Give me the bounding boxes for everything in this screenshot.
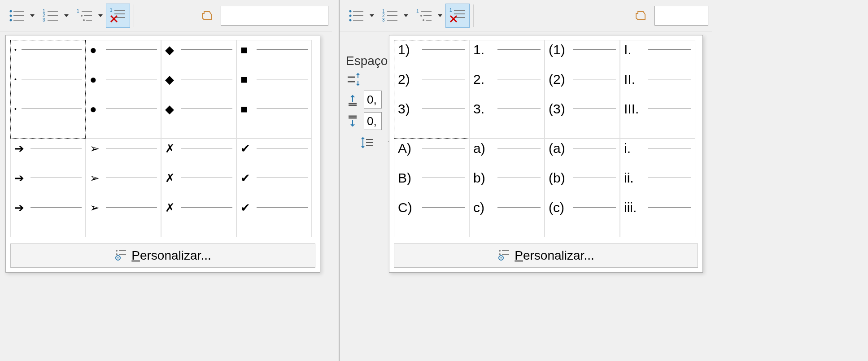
paragraph-spacing-sidebar: Espaço 0, 0, [346,54,395,155]
bullet-marker: ■ [240,103,254,115]
find-toggle-button[interactable] [198,4,216,28]
svg-point-4 [10,19,12,21]
number-marker: i. [624,142,646,155]
bullet-marker: ➢ [90,172,103,184]
bullet-list-button[interactable] [343,4,376,28]
no-list-button[interactable]: 1 [106,4,130,28]
number-marker: C) [398,201,419,214]
preview-line [181,109,232,109]
svg-point-34 [349,19,352,21]
preview-line [497,178,541,178]
number-marker: 2. [473,73,495,86]
no-list-icon: 1 [449,7,467,25]
bullet-marker: ■ [240,74,254,85]
svg-point-44 [420,15,422,17]
svg-point-68 [501,257,502,258]
number-marker: ii. [624,171,646,185]
find-input[interactable] [654,6,708,26]
find-toggle-button[interactable] [632,4,650,28]
preview-line [648,49,691,50]
line-spacing-menu-icon [360,136,374,149]
preview-line [648,79,691,79]
bullet-preset-option[interactable]: ■■■ [236,40,312,139]
preview-line [573,207,616,208]
bullet-preset-option[interactable]: ◆◆◆ [161,40,236,139]
preview-line [422,109,465,109]
bullet-preset-option[interactable]: ✔✔✔ [236,139,312,237]
number-marker: a) [473,142,495,155]
preview-line [22,79,82,79]
bullet-gallery-grid: •••●●●◆◆◆■■■➔➔➔➢➢➢✗✗✗✔✔✔ [10,40,315,237]
number-preset-option[interactable]: 1.2.3. [469,40,545,139]
bullet-preset-option[interactable]: ➔➔➔ [10,139,86,237]
toolbar-separator [134,4,134,27]
outline-list-button[interactable]: 1 [411,4,445,28]
svg-point-63 [499,250,501,252]
numbered-list-icon: 1 2 3 [43,8,59,24]
preview-line [422,178,465,178]
bullet-preset-option[interactable]: ➢➢➢ [86,139,161,237]
bullet-marker: ✔ [240,172,254,184]
customize-icon [114,248,127,264]
preview-line [106,178,157,178]
bullet-marker: ➔ [14,172,28,184]
bullet-preset-option[interactable]: ✗✗✗ [161,139,236,237]
preview-line [31,178,82,178]
customize-button[interactable]: Personalizar... [10,244,315,268]
number-marker: (2) [549,73,570,86]
svg-text:3: 3 [43,17,45,22]
customize-button[interactable]: Personalizar... [394,244,698,268]
svg-text:1: 1 [110,8,113,13]
preview-line [181,49,232,50]
line-spacing-toggle[interactable] [346,72,395,87]
preview-line [497,79,541,79]
number-preset-option[interactable]: a)b)c) [469,139,545,237]
hand-cursor-icon [634,9,648,22]
number-preset-option[interactable]: A)B)C) [394,139,469,237]
bullet-marker: ■ [240,44,254,56]
preview-line [573,49,616,50]
panel-numbered-list: 1 2 3 1 1 [339,0,868,361]
line-spacing-dropdown[interactable] [346,134,395,152]
number-marker: iii. [624,201,646,214]
customize-icon [497,248,510,264]
bullet-preset-option[interactable]: ●●● [86,40,161,139]
svg-point-0 [10,10,12,12]
bullet-marker: ➔ [14,202,28,213]
preview-line [497,109,541,109]
preview-line [573,178,616,178]
svg-point-46 [423,19,424,21]
preview-line [257,148,308,148]
number-marker: I. [624,43,646,57]
outline-list-icon: 1 [416,8,432,24]
preview-line [648,207,691,208]
numbered-list-button[interactable]: 1 2 3 [38,4,71,28]
svg-point-32 [349,14,352,17]
number-preset-option[interactable]: 1)2)3) [394,40,469,139]
bullet-preset-option[interactable]: ••• [10,40,86,139]
number-preset-option[interactable]: (1)(2)(3) [545,40,620,139]
numbered-list-button[interactable]: 1 2 3 [377,4,410,28]
svg-text:1: 1 [77,9,79,13]
number-marker: (1) [549,43,570,57]
number-preset-option[interactable]: (a)(b)(c) [545,139,620,237]
bullet-marker: ➢ [90,143,103,154]
hand-cursor-icon [201,9,214,22]
number-marker: 3. [473,102,495,116]
bullet-gallery-dropdown: •••●●●◆◆◆■■■➔➔➔➢➢➢✗✗✗✔✔✔ Personalizar... [5,35,320,273]
number-marker: 1) [398,43,419,57]
bullet-list-button[interactable] [4,4,37,28]
find-input[interactable] [221,6,328,26]
svg-point-16 [83,19,85,21]
number-preset-option[interactable]: i.ii.iii. [620,139,695,237]
space-below-input[interactable]: 0, [364,112,382,130]
preview-line [573,109,616,109]
bullet-marker: ● [90,74,103,85]
outline-list-button[interactable]: 1 [72,4,105,28]
panel-bullet-list: 1 2 3 1 [0,0,332,361]
no-list-button[interactable]: 1 [445,4,470,28]
space-above-input[interactable]: 0, [364,91,382,109]
number-preset-option[interactable]: I.II.III. [620,40,695,139]
number-marker: (3) [549,102,570,116]
preview-line [497,207,541,208]
